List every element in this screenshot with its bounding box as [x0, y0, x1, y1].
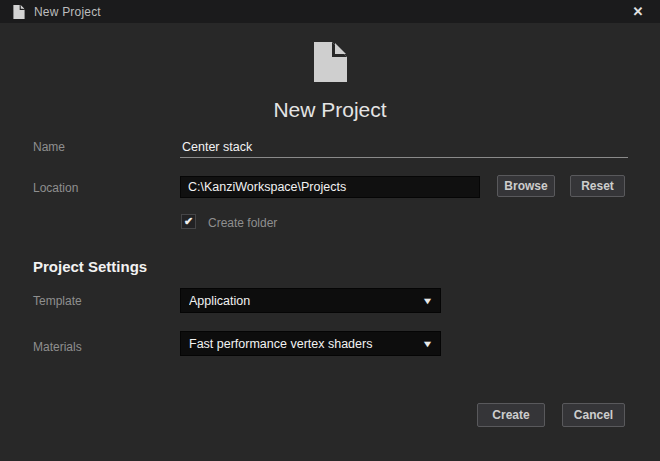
chevron-down-icon: ▼: [422, 296, 434, 306]
location-label: Location: [33, 181, 78, 195]
reset-button[interactable]: Reset: [570, 175, 625, 197]
dialog-hero: New Project: [0, 42, 660, 122]
create-button[interactable]: Create: [477, 403, 545, 427]
template-dropdown-value: Application: [189, 294, 417, 308]
close-icon[interactable]: ✕: [624, 0, 652, 23]
create-folder-checkbox[interactable]: ✔: [181, 214, 196, 229]
check-icon: ✔: [184, 216, 193, 227]
new-project-document-icon: [314, 42, 347, 82]
template-label: Template: [33, 294, 82, 308]
materials-label: Materials: [33, 340, 82, 354]
document-icon: [13, 5, 25, 19]
materials-dropdown[interactable]: Fast performance vertex shaders ▼: [180, 331, 441, 356]
name-input[interactable]: [180, 137, 628, 158]
titlebar: New Project ✕: [0, 0, 660, 23]
window-title: New Project: [34, 5, 101, 19]
browse-button[interactable]: Browse: [497, 175, 555, 197]
page-title: New Project: [0, 98, 660, 122]
cancel-button[interactable]: Cancel: [562, 403, 625, 427]
project-settings-heading: Project Settings: [33, 258, 147, 275]
materials-dropdown-value: Fast performance vertex shaders: [189, 337, 417, 351]
location-input[interactable]: [180, 176, 480, 198]
template-dropdown[interactable]: Application ▼: [180, 288, 441, 313]
create-folder-label: Create folder: [208, 216, 277, 230]
name-label: Name: [33, 140, 65, 154]
chevron-down-icon: ▼: [422, 339, 434, 349]
